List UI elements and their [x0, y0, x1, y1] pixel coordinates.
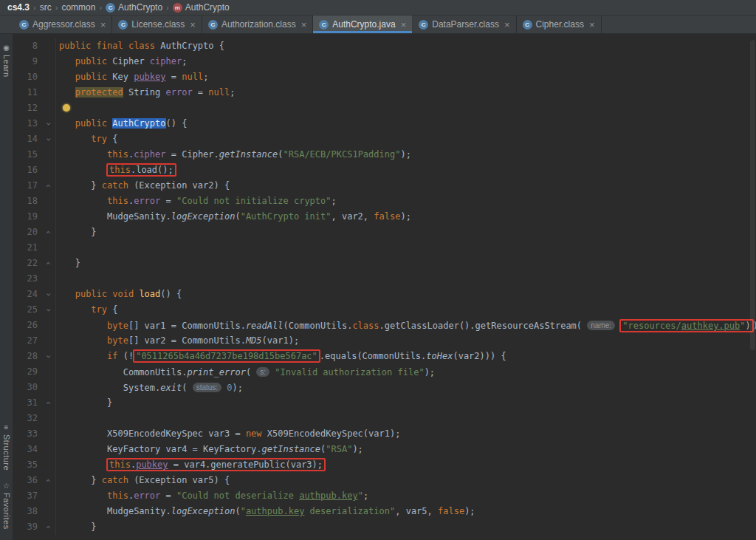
breadcrumb-item[interactable]: cs4.3: [6, 2, 31, 13]
fold-icon[interactable]: ›: [41, 474, 56, 488]
tool-stripe-top: ◉Learn: [2, 38, 11, 83]
breadcrumb-item[interactable]: common: [60, 2, 97, 13]
close-icon[interactable]: ×: [301, 20, 307, 30]
code-token: public final class: [59, 41, 160, 51]
code-token: }: [59, 180, 102, 191]
tab-aggressor.class[interactable]: CAggressor.class×: [13, 16, 112, 33]
code-line: 13› public AuthCrypto() {: [13, 116, 756, 131]
tab-cipher.class[interactable]: CCipher.class×: [517, 16, 602, 33]
code-line: 16 this.load();: [13, 163, 756, 178]
code-text: this.pubkey = var4.generatePublic(var3);: [56, 457, 325, 473]
line-number: 28: [13, 349, 41, 364]
line-number: 35: [13, 457, 41, 473]
code-line: 15 this.cipher = Cipher.getInstance("RSA…: [13, 147, 756, 163]
code-token: try: [91, 304, 107, 315]
fold-spacer: [41, 240, 55, 256]
code-token: [59, 335, 107, 346]
intention-bulb-icon[interactable]: [63, 104, 70, 112]
line-number: 22: [13, 256, 41, 271]
tool-button-favorites[interactable]: ☆Favorites: [2, 482, 11, 530]
code-line: 29 CommonUtils.print_error( s: "Invalid …: [13, 364, 756, 380]
fold-spacer: [41, 333, 55, 349]
code-token: [] var1 = CommonUtils.: [128, 321, 246, 331]
code-token: cipher: [134, 149, 165, 160]
fold-icon[interactable]: ›: [41, 288, 56, 301]
gutter: 33: [13, 426, 56, 442]
gutter: 39›: [13, 519, 56, 535]
tab-dataparser.class[interactable]: CDataParser.class×: [413, 16, 516, 33]
editor[interactable]: 8public final class AuthCrypto {9 public…: [13, 34, 756, 540]
fold-icon[interactable]: ›: [41, 350, 56, 363]
gutter: 19: [13, 209, 56, 225]
code-token: this: [107, 149, 128, 160]
fold-icon[interactable]: ›: [41, 521, 56, 534]
code-line: 26 byte[] var1 = CommonUtils.readAll(Com…: [13, 318, 756, 333]
line-number: 25: [13, 302, 41, 318]
gutter: 10: [13, 69, 56, 85]
code-token: readAll: [246, 321, 284, 331]
code-line: 23: [13, 271, 756, 287]
code-line: 34 KeyFactory var4 = KeyFactory.getInsta…: [13, 442, 756, 457]
tool-button-learn[interactable]: ◉Learn: [2, 44, 11, 78]
breadcrumb-item[interactable]: src: [38, 2, 53, 13]
fold-spacer: [41, 85, 55, 100]
code-token: .getClassLoader().getResourceAsStream(: [379, 321, 588, 331]
fold-icon[interactable]: ›: [41, 180, 56, 193]
gutter: 26: [13, 318, 56, 333]
editor-scrollbar[interactable]: [749, 34, 756, 540]
tool-button-structure[interactable]: ≡Structure: [2, 424, 11, 471]
fold-icon[interactable]: ›: [41, 226, 56, 239]
code-token: = Cipher.: [166, 149, 219, 160]
gutter: 24›: [13, 287, 56, 302]
close-icon[interactable]: ×: [190, 20, 196, 30]
line-number: 8: [13, 38, 41, 54]
close-icon[interactable]: ×: [401, 20, 407, 30]
fold-icon[interactable]: ›: [41, 304, 56, 317]
fold-spacer: [41, 194, 55, 209]
fold-spacer: [41, 147, 55, 163]
code-token: =: [166, 72, 182, 82]
line-number: 15: [13, 147, 41, 163]
close-icon[interactable]: ×: [589, 20, 595, 30]
code-token: [59, 459, 107, 470]
structure-icon: ≡: [4, 424, 9, 431]
code-text: byte[] var2 = CommonUtils.MD5(var1);: [56, 333, 299, 349]
fold-icon[interactable]: ›: [41, 133, 56, 146]
fold-icon[interactable]: ›: [41, 117, 56, 131]
left-tool-stripe: ◉Learn ≡Structure☆Favorites: [0, 34, 13, 540]
gutter: 36›: [13, 473, 56, 488]
gutter: 37: [13, 488, 56, 504]
fold-icon[interactable]: ›: [41, 397, 56, 410]
gutter: 27: [13, 333, 56, 349]
code-line: 27 byte[] var2 = CommonUtils.MD5(var1);: [13, 333, 756, 349]
code-line: 33 X509EncodedKeySpec var3 = new X509Enc…: [13, 426, 756, 442]
line-number: 17: [13, 178, 41, 194]
gutter: 18: [13, 194, 56, 209]
code-token: "Could not deserialize: [176, 491, 299, 501]
code-token: name:: [587, 321, 615, 330]
tab-license.class[interactable]: CLicense.class×: [112, 16, 202, 33]
code-token: X509EncodedKeySpec var3 =: [59, 428, 246, 439]
fold-icon[interactable]: ›: [41, 257, 56, 270]
code-token: );: [352, 444, 362, 454]
breadcrumb-item[interactable]: CAuthCrypto: [104, 2, 164, 13]
breadcrumb-item[interactable]: mAuthCrypto: [171, 2, 231, 13]
close-icon[interactable]: ×: [100, 20, 106, 30]
tab-authcrypto.java[interactable]: CAuthCrypto.java×: [313, 16, 413, 33]
class-icon: C: [419, 20, 428, 30]
code-text: }: [56, 225, 97, 240]
fold-spacer: [41, 426, 55, 442]
close-icon[interactable]: ×: [504, 20, 510, 30]
gutter: 34: [13, 442, 56, 457]
code-token: ;: [203, 72, 208, 82]
code-text: public Cipher cipher;: [56, 54, 187, 69]
gutter: 15: [13, 147, 56, 163]
scrollbar-thumb[interactable]: [750, 40, 755, 350]
breadcrumb-separator: ›: [33, 3, 36, 12]
breadcrumb-label: AuthCrypto: [118, 2, 162, 13]
tab-authorization.class[interactable]: CAuthorization.class×: [202, 16, 313, 33]
fold-spacer: [41, 271, 55, 287]
code-token: authkey.pub: [681, 321, 740, 331]
code-token: pubkey: [136, 459, 168, 470]
code-token: this: [109, 165, 131, 175]
